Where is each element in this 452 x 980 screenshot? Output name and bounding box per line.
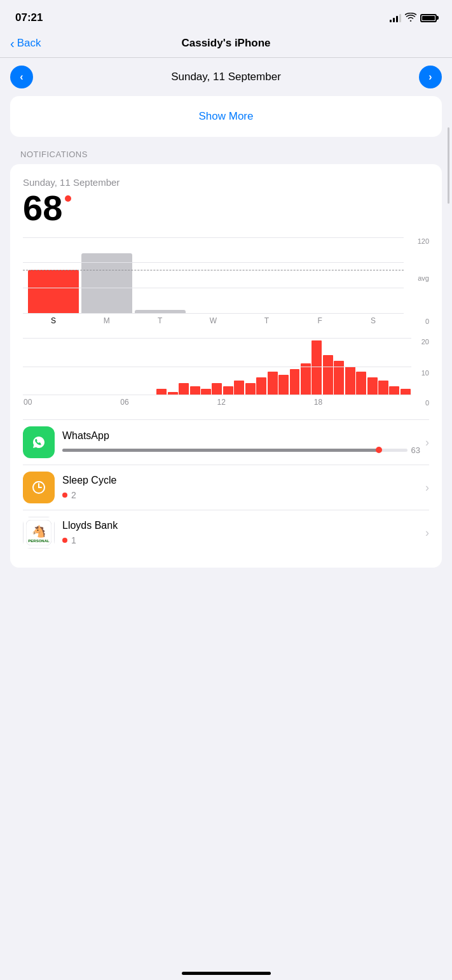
show-more-card: Show More <box>10 96 442 137</box>
weekly-bar-s <box>28 270 79 313</box>
notification-count-dot <box>65 195 71 202</box>
svg-text:PERSONAL: PERSONAL <box>28 539 50 543</box>
scrollbar[interactable] <box>448 127 449 204</box>
chart-y-zero: 0 <box>425 318 429 325</box>
show-more-button[interactable]: Show More <box>199 110 254 123</box>
sleepcycle-count: 2 <box>71 490 76 500</box>
lloyds-icon: 🐴 PERSONAL <box>23 517 55 549</box>
day-label-w: W <box>188 316 239 325</box>
lloyds-chevron-icon: › <box>425 526 429 540</box>
day-label-m: M <box>81 316 132 325</box>
chart-avg-label: avg <box>418 274 429 282</box>
sleepcycle-chevron-icon: › <box>425 481 429 494</box>
app-list-item-whatsapp[interactable]: WhatsApp 63 › <box>23 419 429 465</box>
lloyds-count-row: 1 <box>62 535 420 545</box>
whatsapp-icon <box>23 426 55 458</box>
day-label-t: T <box>135 316 186 325</box>
whatsapp-info: WhatsApp 63 <box>62 430 420 455</box>
current-date: Sunday, 11 September <box>171 71 281 83</box>
hourly-labels: 00 06 12 18 <box>23 395 411 407</box>
nav-bar: ‹ Back Cassidy's iPhone <box>0 32 452 58</box>
day-label-s2: S <box>348 316 399 325</box>
hourly-label-06: 06 <box>120 398 128 407</box>
prev-chevron-icon: ‹ <box>20 71 23 83</box>
wifi-icon <box>405 13 416 24</box>
hourly-chart: 20 10 0 <box>23 338 429 407</box>
notifications-card: Sunday, 11 September 68 120 0 avg <box>10 164 442 568</box>
sleepcycle-info: Sleep Cycle 2 <box>62 475 420 500</box>
whatsapp-progress-row: 63 <box>62 445 420 455</box>
signal-icon <box>390 13 401 22</box>
card-date: Sunday, 11 September <box>23 177 429 188</box>
sleepcycle-name: Sleep Cycle <box>62 475 420 486</box>
back-button[interactable]: ‹ Back <box>10 37 41 50</box>
lloyds-dot <box>62 538 67 543</box>
whatsapp-count: 63 <box>411 445 420 455</box>
notification-count-row: 68 <box>23 190 429 226</box>
hourly-y-zero: 0 <box>425 399 429 407</box>
hourly-label-18: 18 <box>314 398 322 407</box>
chart-y-max: 120 <box>418 237 429 245</box>
whatsapp-name: WhatsApp <box>62 430 420 442</box>
notification-count: 68 <box>23 190 62 226</box>
prev-date-button[interactable]: ‹ <box>10 66 33 88</box>
sleepcycle-dot <box>62 493 67 498</box>
whatsapp-progress-dot <box>376 447 382 453</box>
weekly-day-labels: S M T W T F S <box>23 314 404 325</box>
page-title: Cassidy's iPhone <box>181 37 270 50</box>
avg-line <box>23 270 404 270</box>
battery-icon <box>420 14 437 22</box>
whatsapp-chevron-icon: › <box>425 436 429 449</box>
lloyds-name: Lloyds Bank <box>62 520 420 531</box>
back-chevron-icon: ‹ <box>10 37 15 50</box>
lloyds-count: 1 <box>71 535 76 545</box>
app-list-item-sleepcycle[interactable]: Sleep Cycle 2 › <box>23 465 429 510</box>
next-chevron-icon: › <box>428 71 432 83</box>
weekly-bar-t1 <box>135 310 186 313</box>
whatsapp-progress-bar <box>62 449 407 452</box>
day-label-f: F <box>294 316 345 325</box>
weekly-chart: 120 0 avg <box>23 237 429 325</box>
lloyds-info: Lloyds Bank 1 <box>62 520 420 545</box>
app-list-item-lloyds[interactable]: 🐴 PERSONAL Lloyds Bank 1 › <box>23 510 429 555</box>
date-navigation: ‹ Sunday, 11 September › <box>0 58 452 96</box>
sleepcycle-icon <box>23 472 55 503</box>
day-label-s: S <box>28 316 79 325</box>
back-label: Back <box>17 37 41 50</box>
hourly-y-max: 20 <box>421 338 429 346</box>
status-bar: 07:21 <box>0 0 452 32</box>
status-icons <box>390 13 437 24</box>
hourly-label-12: 12 <box>217 398 226 407</box>
hourly-y-mid: 10 <box>421 369 429 377</box>
next-date-button[interactable]: › <box>419 66 442 88</box>
notifications-section-header: NOTIFICATIONS <box>0 147 452 164</box>
weekly-bars <box>23 237 404 313</box>
svg-text:🐴: 🐴 <box>32 524 46 538</box>
hourly-label-00: 00 <box>24 398 32 407</box>
status-time: 07:21 <box>15 11 43 24</box>
sleepcycle-count-row: 2 <box>62 490 420 500</box>
home-indicator <box>182 972 271 975</box>
day-label-t2: T <box>241 316 292 325</box>
